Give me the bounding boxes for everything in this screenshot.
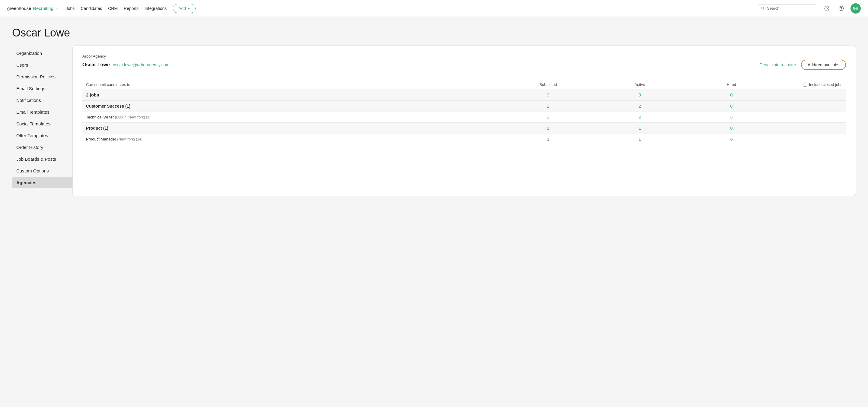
job-active-technical-writer: 2 [594,112,686,123]
page-header: Oscar Lowe [0,17,868,45]
col-header-active: Active [594,80,686,89]
divider [83,75,846,75]
agency-name: Arbor Agency [83,54,846,59]
topnav-right-section: GH [757,3,861,13]
col-header-submitted: Submitted [502,80,594,89]
group-header-product: Product (1) 1 1 0 [83,123,846,134]
nav-crm-link[interactable]: CRM [108,6,118,11]
jobs-table: Can submit candidates to: Submitted Acti… [83,80,846,144]
svg-point-2 [826,7,828,9]
sidebar-item-organization[interactable]: Organization [12,47,72,59]
col-header-options: Include closed jobs [777,80,846,89]
sidebar-item-email-settings[interactable]: Email Settings [12,83,72,94]
logo-greenhouse-text: greenhouse [7,6,31,11]
summary-row: 2 jobs 3 3 0 [83,89,846,101]
add-remove-jobs-button[interactable]: Add/remove jobs [801,60,846,70]
recruiter-actions: Deactivate recruiter Add/remove jobs [760,60,846,70]
sidebar-item-custom-options[interactable]: Custom Options [12,165,72,176]
search-icon [761,6,765,10]
job-hired-technical-writer: 0 [686,112,777,123]
table-row: Product Manager (New York) (14) 1 1 0 [83,134,846,145]
main-content: Arbor Agency Oscar Lowe oscar.lowe@arbor… [72,45,856,196]
job-name-technical-writer: Technical Writer (Dublin, New York) (3) [83,112,502,123]
gear-icon [824,6,829,11]
search-box[interactable] [757,4,817,12]
search-input[interactable] [767,6,813,10]
group-active-product: 1 [594,123,686,134]
recruiter-header: Arbor Agency Oscar Lowe oscar.lowe@arbor… [83,54,846,70]
include-closed-jobs-checkbox[interactable] [803,82,807,87]
group-submitted-customer-success: 2 [502,101,594,112]
top-navigation: greenhouse Recruiting ⌄ Jobs Candidates … [0,0,868,17]
recruiter-email: oscar.lowe@arboragency.com [113,62,169,67]
user-avatar-button[interactable]: GH [850,3,861,13]
logo[interactable]: greenhouse Recruiting ⌄ [7,6,59,11]
job-active-product-manager: 1 [594,134,686,145]
include-closed-jobs-option: Include closed jobs [781,82,842,87]
logo-chevron-icon: ⌄ [56,6,59,10]
svg-point-3 [839,6,843,10]
nav-candidates-link[interactable]: Candidates [81,6,102,11]
sidebar-item-social-templates[interactable]: Social Templates [12,118,72,129]
add-button-label: Add [178,6,186,11]
group-submitted-product: 1 [502,123,594,134]
svg-line-1 [763,9,764,10]
sidebar-item-order-history[interactable]: Order History [12,142,72,153]
summary-label: 2 jobs [83,89,502,101]
group-active-customer-success: 2 [594,101,686,112]
add-button-chevron-icon: ▾ [188,6,190,11]
group-name-customer-success: Customer Success (1) [83,101,502,112]
recruiter-name-email: Oscar Lowe oscar.lowe@arboragency.com [83,62,169,68]
sidebar: Organization Users Permission Policies E… [12,45,72,196]
help-button[interactable] [836,3,846,13]
recruiter-info-row: Oscar Lowe oscar.lowe@arboragency.com De… [83,60,846,70]
settings-button[interactable] [822,3,832,13]
include-closed-jobs-label: Include closed jobs [809,82,842,87]
summary-submitted: 3 [502,89,594,101]
job-name-product-manager: Product Manager (New York) (14) [83,134,502,145]
sidebar-item-job-boards-posts[interactable]: Job Boards & Posts [12,154,72,165]
col-header-job: Can submit candidates to: [83,80,502,89]
job-submitted-product-manager: 1 [502,134,594,145]
nav-jobs-link[interactable]: Jobs [66,6,75,11]
job-submitted-technical-writer: 2 [502,112,594,123]
nav-integrations-link[interactable]: Integrations [145,6,166,11]
question-mark-icon [838,6,844,11]
add-button[interactable]: Add ▾ [173,4,195,13]
group-hired-product: 0 [686,123,777,134]
nav-reports-link[interactable]: Reports [124,6,138,11]
table-row: Technical Writer (Dublin, New York) (3) … [83,112,846,123]
group-header-customer-success: Customer Success (1) 2 2 0 [83,101,846,112]
sidebar-item-agencies[interactable]: Agencies [12,177,72,188]
col-header-hired: Hired [686,80,777,89]
group-hired-customer-success: 0 [686,101,777,112]
sidebar-item-email-templates[interactable]: Email Templates [12,106,72,117]
summary-hired: 0 [686,89,777,101]
nav-links: Jobs Candidates CRM Reports Integrations… [66,4,750,13]
logo-recruiting-text: Recruiting [33,6,54,11]
sidebar-item-permission-policies[interactable]: Permission Policies [12,71,72,82]
table-header-row: Can submit candidates to: Submitted Acti… [83,80,846,89]
page-body: Organization Users Permission Policies E… [0,45,868,208]
job-hired-product-manager: 0 [686,134,777,145]
group-name-product: Product (1) [83,123,502,134]
recruiter-name: Oscar Lowe [83,62,110,68]
deactivate-recruiter-button[interactable]: Deactivate recruiter [760,62,796,67]
page-title: Oscar Lowe [12,27,856,39]
summary-active: 3 [594,89,686,101]
sidebar-item-offer-templates[interactable]: Offer Templates [12,130,72,141]
sidebar-item-notifications[interactable]: Notifications [12,95,72,106]
sidebar-item-users[interactable]: Users [12,59,72,71]
